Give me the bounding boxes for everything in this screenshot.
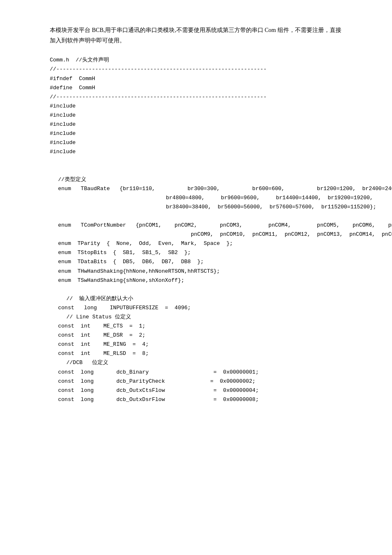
divider1: //--------------------------------------… — [50, 65, 342, 74]
spacer-3 — [50, 212, 342, 221]
enum-com-1: enum TComPortNumber {pnCOM1, pnCOM2, pnC… — [50, 221, 342, 230]
inputbuffer-const: const long INPUTBUFFERSIZE = 4096; — [50, 303, 342, 313]
include-3: #include — [50, 120, 342, 129]
dcb-binary: const long dcb_Binary = 0x00000001; — [50, 368, 342, 377]
intro-paragraph: 本模块开发平台 BCB,用于串口通讯的串口类模块,不需要使用系统或第三方带的串口… — [50, 25, 342, 46]
code-section: Comm.h //头文件声明 //-----------------------… — [50, 56, 342, 404]
define-line: #define CommH — [50, 83, 342, 93]
dcb-paritycheck: const long dcb_ParityCheck = 0x00000002; — [50, 377, 342, 386]
inputbuffer-comment: // 输入缓冲区的默认大小 — [50, 294, 342, 303]
me-ring: const int ME_RING = 4; — [50, 340, 342, 349]
include-1: #include — [50, 102, 342, 111]
intro-text: 本模块开发平台 BCB,用于串口通讯的串口类模块,不需要使用系统或第三方带的串口… — [50, 27, 341, 44]
enum-baud-1: enum TBaudRate {br110=110, br300=300, br… — [50, 184, 342, 193]
enum-hwhandshaking: enum THwHandShaking{hhNone,hhNoneRTSON,h… — [50, 267, 342, 276]
enum-stopbits: enum TStopBits { SB1, SB1_5, SB2 }; — [50, 248, 342, 257]
spacer-2 — [50, 166, 342, 175]
enum-swhandshaking: enum TSwHandShaking{shNone,shXonXoff}; — [50, 276, 342, 285]
filename-comment: Comm.h //头文件声明 — [50, 56, 342, 65]
dcb-outxctsflow: const long dcb_OutxCtsFlow = 0x00000004; — [50, 386, 342, 395]
spacer-1 — [50, 156, 342, 166]
me-rlsd: const int ME_RLSD = 8; — [50, 349, 342, 358]
enum-parity: enum TParity { None, Odd, Even, Mark, Sp… — [50, 239, 342, 248]
include-2: #include — [50, 111, 342, 120]
enum-com-2: pnCOM9, pnCOM10, pnCOM11, pnCOM12, pnCOM… — [50, 230, 342, 239]
enum-baud-2: br4800=4800, br9600=9600, br14400=14400,… — [50, 193, 342, 203]
linestatus-comment: // Line Status 位定义 — [50, 313, 342, 322]
include-4: #include — [50, 129, 342, 138]
spacer-4 — [50, 285, 342, 294]
me-cts: const int ME_CTS = 1; — [50, 322, 342, 331]
type-comment: //类型定义 — [50, 175, 342, 184]
include-6: #include — [50, 147, 342, 156]
include-5: #include — [50, 138, 342, 147]
enum-databits: enum TDataBits { DB5, DB6, DB7, DB8 }; — [50, 257, 342, 266]
enum-baud-3: br38400=38400, br56000=56000, br57600=57… — [50, 203, 342, 212]
me-dsr: const int ME_DSR = 2; — [50, 331, 342, 340]
dcb-comment: //DCB 位定义 — [50, 358, 342, 367]
divider2: //--------------------------------------… — [50, 93, 342, 102]
ifndef-line: #ifndef CommH — [50, 74, 342, 83]
dcb-outxdsrflow: const long dcb_OutxDsrFlow = 0x00000008; — [50, 395, 342, 404]
